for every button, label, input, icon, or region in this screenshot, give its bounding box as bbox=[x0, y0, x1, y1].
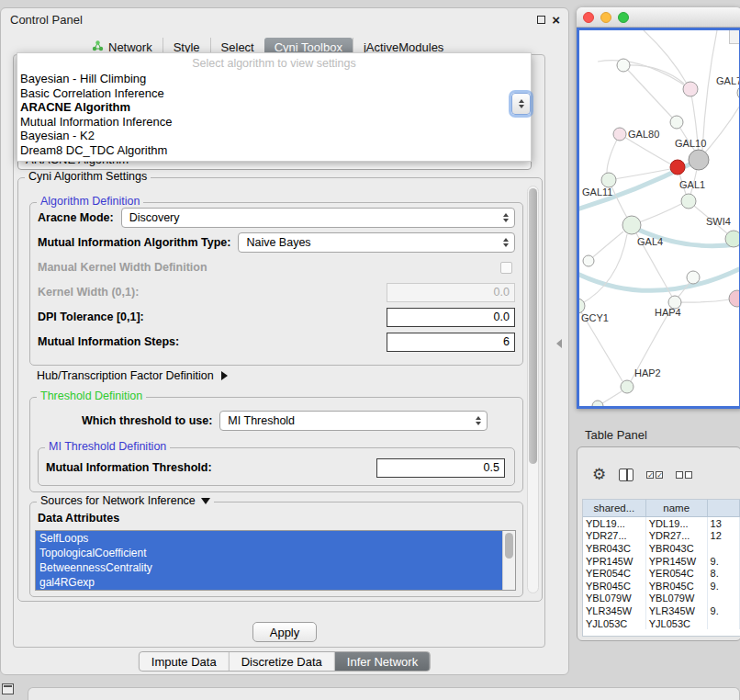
chevron-up-icon bbox=[519, 99, 524, 103]
attribute-item-betweennesscentrality[interactable]: BetweennessCentrality bbox=[36, 560, 515, 575]
float-panel-icon[interactable] bbox=[537, 16, 545, 24]
table-row[interactable]: YER054CYER054C8. bbox=[583, 567, 740, 580]
network-node-gal80[interactable] bbox=[613, 128, 626, 141]
mi-threshold-row: Mutual Information Threshold: 0.5 bbox=[46, 457, 507, 478]
collapsed-panel-icon[interactable] bbox=[2, 683, 14, 694]
network-node-gal11[interactable] bbox=[601, 173, 616, 187]
table-cell: YDR27... bbox=[646, 530, 708, 543]
network-node[interactable] bbox=[670, 116, 683, 129]
bottom-tab-discretize-data[interactable]: Discretize Data bbox=[229, 652, 334, 671]
network-node-gal10[interactable] bbox=[689, 150, 709, 170]
algorithm-combobox-arrows-button[interactable] bbox=[511, 93, 531, 115]
network-node-gcy1[interactable] bbox=[579, 299, 585, 313]
network-edge[interactable] bbox=[702, 30, 717, 150]
bottom-tab-impute-data[interactable]: Impute Data bbox=[140, 652, 229, 671]
table-cell: 12 bbox=[708, 530, 740, 543]
network-scrollbar[interactable] bbox=[729, 30, 739, 44]
attribute-item-topologicalcoefficient[interactable]: TopologicalCoefficient bbox=[36, 546, 515, 560]
table-cell: 8. bbox=[708, 567, 740, 580]
network-node[interactable] bbox=[617, 59, 630, 72]
close-icon[interactable]: × bbox=[552, 15, 560, 25]
minimize-traffic-light-icon[interactable] bbox=[600, 12, 611, 23]
network-window-titlebar[interactable] bbox=[577, 7, 740, 28]
close-traffic-light-icon[interactable] bbox=[583, 12, 594, 23]
network-node[interactable] bbox=[583, 255, 594, 266]
table-row[interactable]: YPR145WYPR145W9. bbox=[583, 555, 740, 568]
threshold-definition-title: Threshold Definition bbox=[37, 390, 146, 402]
bottom-tab-infer-network[interactable]: Infer Network bbox=[334, 652, 430, 671]
manual-kernel-width-checkbox[interactable] bbox=[500, 262, 512, 274]
table-header-row: shared...name bbox=[583, 500, 740, 517]
clear-selection-icon[interactable] bbox=[676, 471, 692, 479]
attribute-item-selfloops[interactable]: SelfLoops bbox=[36, 531, 515, 546]
algorithm-option-mutual-information-inference[interactable]: Mutual Information Inference bbox=[17, 115, 531, 130]
mi-threshold-field[interactable]: 0.5 bbox=[376, 458, 505, 478]
data-attributes-list[interactable]: SelfLoopsTopologicalCoefficientBetweenne… bbox=[35, 530, 516, 591]
column-header-name[interactable]: name bbox=[646, 500, 708, 516]
table-cell: YJL053C bbox=[646, 617, 708, 630]
aracne-mode-label: Aracne Mode: bbox=[38, 211, 114, 224]
collapse-down-icon[interactable] bbox=[201, 498, 210, 504]
network-edge[interactable] bbox=[598, 61, 690, 89]
column-header-shared[interactable]: shared... bbox=[583, 500, 646, 516]
mi-algorithm-type-combobox[interactable]: Naive Bayes bbox=[238, 232, 515, 253]
network-node-gal7[interactable] bbox=[737, 85, 739, 100]
network-node-swi4[interactable] bbox=[725, 231, 739, 247]
table-cell: 9. bbox=[708, 555, 740, 568]
mi-algorithm-type-row: Mutual Information Algorithm Type: Naive… bbox=[38, 232, 515, 253]
network-node-gal1[interactable] bbox=[681, 194, 696, 209]
dpi-tolerance-field[interactable]: 0.0 bbox=[387, 308, 515, 327]
algorithm-option-bayesian-k2[interactable]: Bayesian - K2 bbox=[17, 129, 531, 143]
table-row[interactable]: YBR043CYBR043C bbox=[583, 542, 740, 555]
table-row[interactable]: YDL19...YDL19...13 bbox=[583, 517, 740, 530]
attributes-scrollbar[interactable] bbox=[502, 531, 515, 590]
panel-divider-grip[interactable] bbox=[556, 339, 562, 348]
column-header-2[interactable] bbox=[708, 500, 740, 516]
aracne-mode-combobox[interactable]: Discovery bbox=[121, 208, 515, 228]
table-row[interactable]: YJL053CYJL053C bbox=[583, 617, 740, 630]
table-row[interactable]: YLR345WYLR345W9. bbox=[583, 604, 740, 617]
columns-icon[interactable] bbox=[619, 469, 633, 481]
mi-steps-field[interactable]: 6 bbox=[387, 333, 515, 352]
network-edge[interactable] bbox=[675, 299, 730, 302]
algorithm-dropdown-placeholder: Select algorithm to view settings bbox=[17, 53, 531, 72]
settings-scrollbar[interactable] bbox=[527, 186, 539, 593]
attribute-item-gal4rgexp[interactable]: gal4RGexp bbox=[36, 575, 515, 590]
zoom-traffic-light-icon[interactable] bbox=[618, 12, 629, 23]
node-table[interactable]: shared...name YDL19...YDL19...13YDR27...… bbox=[582, 499, 740, 637]
apply-button[interactable]: Apply bbox=[252, 622, 317, 642]
network-node-gal4[interactable] bbox=[622, 216, 641, 234]
table-row[interactable]: YBR045CYBR045C9. bbox=[583, 580, 740, 593]
table-row[interactable]: YDR27...YDR27...12 bbox=[583, 530, 740, 543]
cyni-bottom-tabs: Impute DataDiscretize DataInfer Network bbox=[139, 651, 431, 672]
scrollbar-thumb[interactable] bbox=[529, 188, 537, 464]
network-node-hap2[interactable] bbox=[621, 380, 633, 393]
network-node[interactable] bbox=[670, 160, 685, 175]
network-edge[interactable] bbox=[579, 234, 627, 306]
network-node-label: SWI4 bbox=[706, 216, 731, 227]
algorithm-option-aracne-algorithm[interactable]: ARACNE Algorithm bbox=[17, 100, 531, 115]
scrollbar-thumb[interactable] bbox=[505, 533, 513, 559]
mi-threshold-label: Mutual Information Threshold: bbox=[46, 461, 212, 474]
expand-right-icon[interactable] bbox=[221, 371, 228, 380]
network-edge[interactable] bbox=[644, 30, 687, 84]
algorithm-option-basic-correlation-inference[interactable]: Basic Correlation Inference bbox=[17, 86, 531, 101]
network-node[interactable] bbox=[687, 271, 700, 284]
which-threshold-combobox[interactable]: MI Threshold bbox=[219, 411, 488, 431]
select-all-icon[interactable]: ✓✓ bbox=[646, 471, 663, 479]
network-node[interactable] bbox=[592, 401, 603, 409]
hub-transcription-factor-section[interactable]: Hub/Transcription Factor Definition bbox=[37, 369, 228, 382]
network-node[interactable] bbox=[729, 290, 739, 307]
network-edge[interactable] bbox=[589, 231, 623, 261]
network-node[interactable] bbox=[683, 82, 698, 96]
table-cell: YBL079W bbox=[646, 593, 708, 605]
algorithm-option-bayesian-hill-climbing[interactable]: Bayesian - Hill Climbing bbox=[17, 72, 531, 86]
gear-icon[interactable]: ⚙ bbox=[592, 467, 606, 483]
table-cell: YDL19... bbox=[583, 517, 646, 530]
network-edge[interactable] bbox=[623, 65, 674, 119]
network-canvas[interactable]: GAL7GAL80GAL10GAL11GAL1SWI4GAL4GCY1HAP4H… bbox=[577, 28, 740, 409]
updown-arrows-icon bbox=[501, 238, 510, 247]
table-row[interactable]: YBL079WYBL079W bbox=[583, 593, 740, 605]
cyni-algorithm-settings-group: Cyni Algorithm Settings Algorithm Defini… bbox=[17, 177, 543, 602]
algorithm-option-dream8-dc-tdc-algorithm[interactable]: Dream8 DC_TDC Algorithm bbox=[17, 143, 531, 158]
